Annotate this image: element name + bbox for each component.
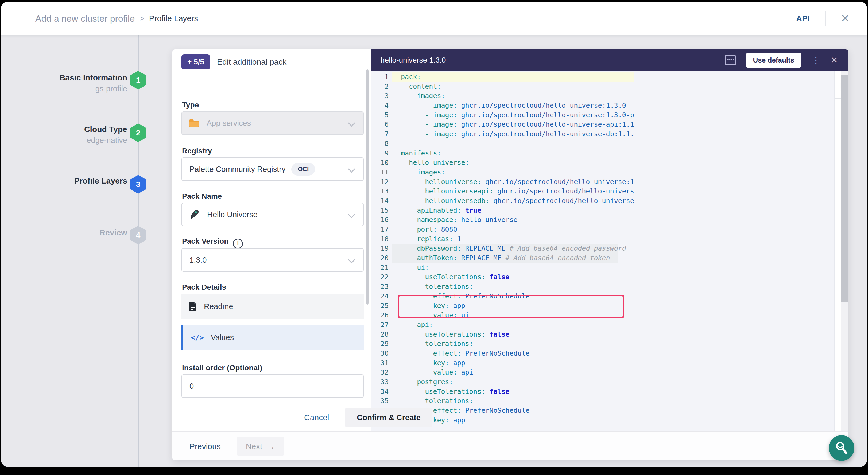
kebab-menu-icon[interactable]: ⋮ [811,58,820,63]
code-line: tolerations: [392,282,634,291]
cancel-button[interactable]: Cancel [304,413,329,422]
edit-pack-modal: + 5/5 Edit additional pack Type App serv… [173,50,848,460]
line-number: 28 [371,330,391,339]
pack-version-select[interactable]: 1.3.0 [182,248,364,272]
code-line: ui: [392,263,634,273]
code-line: - image: ghcr.io/spectrocloud/hello-univ… [392,129,634,139]
line-number: 18 [371,234,391,244]
split-view-icon[interactable] [725,55,736,65]
code-line: effect: PreferNoSchedule [392,349,634,358]
registry-select[interactable]: Palette Community Registry OCI [182,157,364,181]
editor-close-icon[interactable]: ✕ [831,55,838,65]
presets-header: Presets [835,71,841,99]
form-scrollbar[interactable] [366,69,369,305]
code-line: replicas: 1 [392,234,634,244]
step-cloud-type[interactable]: Cloud Type edge-native [84,125,127,145]
code-values-icon: </> [191,334,204,342]
code-line: content: [392,82,634,91]
step-review[interactable]: Review [100,228,127,237]
line-number: 20 [371,253,391,263]
line-number: 34 [371,387,391,397]
code-lines: pack: content: images: - image: ghcr.io/… [392,72,634,425]
folder-icon [189,119,199,127]
topbar-divider [825,11,826,26]
line-number: 24 [371,291,391,301]
form-footer: Cancel Confirm & Create [173,403,371,432]
use-defaults-button[interactable]: Use defaults [746,53,802,68]
code-gutter: 1234567891011121314151617181920212223242… [371,72,391,425]
confirm-create-button[interactable]: Confirm & Create [345,408,433,428]
step-hexagon-4: 4 [130,226,147,245]
step-subtitle: gs-profile [60,85,127,93]
previous-button[interactable]: Previous [189,442,221,451]
line-number: 7 [371,129,391,139]
code-line: manifests: [392,149,634,158]
line-number: 22 [371,272,391,282]
line-number: 26 [371,310,391,320]
step-basic-information[interactable]: Basic Information gs-profile [60,73,127,93]
search-fab[interactable] [829,435,855,461]
breadcrumb-current: Profile Layers [149,14,198,23]
breadcrumb-parent[interactable]: Add a new cluster profile [35,13,135,24]
line-number: 17 [371,225,391,234]
editor-header-actions: Use defaults ⋮ ✕ [725,53,838,68]
pack-form: + 5/5 Edit additional pack Type App serv… [173,50,371,431]
rocket-icon [189,209,199,220]
type-select: App services [182,112,364,135]
close-icon[interactable]: ✕ [840,13,850,24]
values-tab[interactable]: </> Values [182,325,364,350]
pack-details-label: Pack Details [182,283,226,291]
readme-label: Readme [204,302,233,311]
line-number: 13 [371,187,391,196]
code-line: - image: ghcr.io/spectrocloud/hello-univ… [392,120,634,129]
code-line: effect: PreferNoSchedule [392,291,634,301]
code-line: tolerations: [392,339,634,349]
values-label: Values [211,333,234,342]
presets-divider [835,167,841,168]
type-value: App services [207,119,251,128]
step-hexagon-2[interactable]: 2 [130,123,147,142]
code-line: pack: [392,72,634,82]
presets-scrollbar-thumb[interactable] [841,75,848,302]
editor-header: hello-universe 1.3.0 Use defaults ⋮ ✕ [371,50,848,71]
arrow-right-icon: → [267,442,275,451]
chevron-down-icon [348,256,355,263]
chevron-down-icon [348,165,355,172]
type-label: Type [182,101,199,109]
step-hexagon-1[interactable]: 1 [130,71,147,90]
presets-scrollbar-track[interactable] [841,71,848,431]
info-icon[interactable]: i [233,239,243,249]
line-number: 1 [371,72,391,82]
line-number: 6 [371,120,391,129]
presets-panel: Presets Backend Disable Hello Universe A… [834,71,841,431]
line-number: 35 [371,396,391,406]
step-title: Basic Information [60,73,127,82]
oci-badge: OCI [291,163,315,176]
pack-name-select[interactable]: Hello Universe [182,203,364,226]
step-title: Review [100,228,127,237]
line-number: 8 [371,139,391,149]
line-number: 15 [371,206,391,215]
form-title: Edit additional pack [217,58,286,66]
step-profile-layers[interactable]: Profile Layers [74,176,127,185]
code-line: images: [392,91,634,101]
next-button-disabled[interactable]: Next → [237,437,284,456]
line-number: 3 [371,91,391,101]
code-line: tolerations: [392,396,634,406]
step-hexagon-3[interactable]: 3 [130,175,147,194]
api-link[interactable]: API [796,14,810,23]
code-line: hellouniversedb: ghcr.io/spectrocloud/he… [392,196,634,206]
line-number: 32 [371,368,391,377]
code-area[interactable]: 1234567891011121314151617181920212223242… [371,71,634,431]
code-line: images: [392,167,634,177]
line-number: 12 [371,177,391,187]
code-line: useTolerations: false [392,272,634,282]
pack-count-badge[interactable]: + 5/5 [182,55,210,69]
line-number: 16 [371,215,391,225]
readme-tab[interactable]: Readme [182,294,364,319]
install-order-input[interactable]: 0 [182,374,364,398]
yaml-editor: hello-universe 1.3.0 Use defaults ⋮ ✕ 12… [371,50,848,431]
registry-value: Palette Community Registry [189,165,285,173]
breadcrumb-separator: > [140,14,144,23]
app-window: Add a new cluster profile > Profile Laye… [1,2,867,467]
